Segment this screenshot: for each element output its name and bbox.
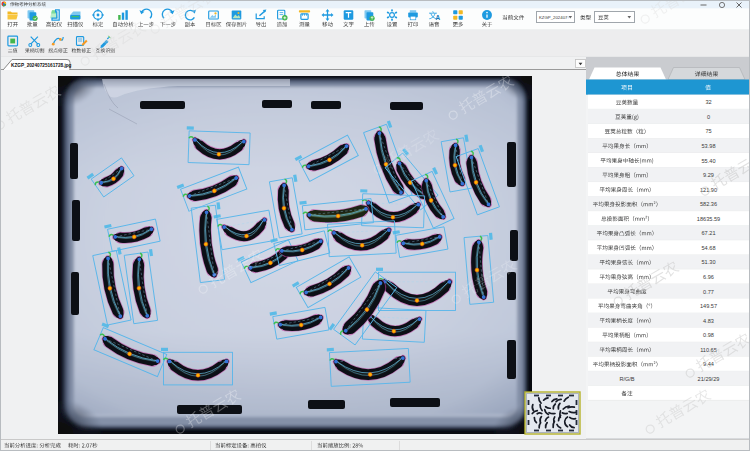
svg-text:21/29/29: 21/29/29 (698, 376, 720, 382)
svg-text:149.57: 149.57 (700, 303, 717, 309)
svg-text:R/G/B: R/G/B (619, 376, 634, 382)
svg-text:0.77: 0.77 (703, 289, 714, 295)
svg-text:18635.59: 18635.59 (697, 216, 720, 222)
svg-text:51.30: 51.30 (702, 259, 716, 265)
svg-text:0.98: 0.98 (703, 332, 714, 338)
svg-text:67.21: 67.21 (702, 230, 716, 236)
svg-text:9.29: 9.29 (703, 172, 714, 178)
svg-text:75: 75 (705, 128, 711, 134)
svg-text:54.68: 54.68 (702, 245, 716, 251)
svg-text:55.40: 55.40 (702, 158, 716, 164)
svg-text:53.98: 53.98 (702, 143, 716, 149)
svg-text:6.96: 6.96 (703, 274, 714, 280)
svg-text:4.83: 4.83 (703, 318, 714, 324)
svg-text:KZGP_202407:: KZGP_202407: (539, 15, 569, 20)
svg-text:32: 32 (705, 99, 711, 105)
svg-text:582.36: 582.36 (700, 201, 717, 207)
svg-text:A: A (436, 14, 441, 21)
svg-text:KZGP_20240725161728.jpg: KZGP_20240725161728.jpg (11, 63, 72, 68)
svg-text:0: 0 (707, 114, 710, 120)
